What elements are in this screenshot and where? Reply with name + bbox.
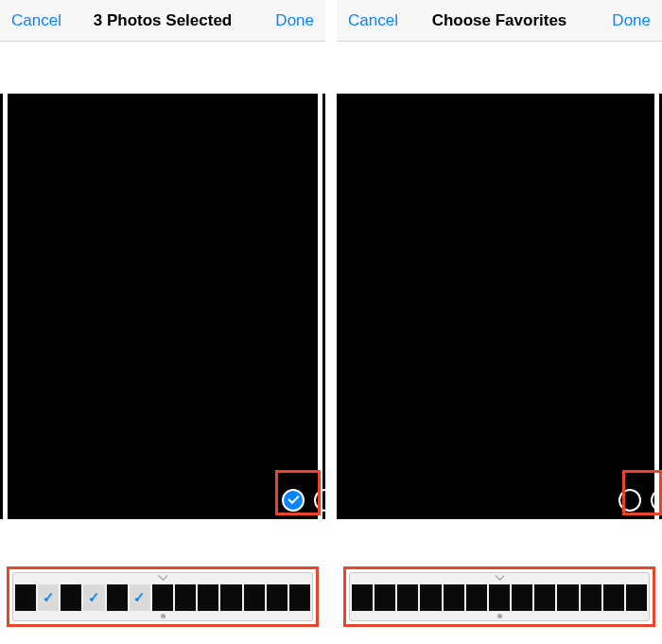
navbar-title: 3 Photos Selected <box>68 11 257 30</box>
checkmark-icon: ✓ <box>38 584 59 611</box>
filmstrip-inner <box>349 572 650 621</box>
filmstrip-thumb[interactable] <box>397 584 418 611</box>
filmstrip-thumb[interactable] <box>175 584 196 611</box>
filmstrip-thumb[interactable] <box>15 584 36 611</box>
filmstrip-thumb[interactable] <box>375 584 395 611</box>
filmstrip-thumb[interactable] <box>267 584 287 611</box>
filmstrip-thumbs[interactable]: ✓✓✓ <box>13 583 312 612</box>
filmstrip-thumb[interactable] <box>466 584 487 611</box>
photo-viewer[interactable] <box>337 94 662 519</box>
filmstrip-page-indicator <box>13 612 312 620</box>
filmstrip-thumb[interactable] <box>61 584 81 611</box>
current-photo[interactable] <box>8 94 318 519</box>
filmstrip: ✓✓✓ <box>7 566 319 627</box>
chevron-down-icon <box>158 575 168 582</box>
current-photo[interactable] <box>337 94 654 519</box>
checkmark-icon: ✓ <box>83 584 104 611</box>
filmstrip-thumb[interactable] <box>534 584 555 611</box>
navbar: Cancel 3 Photos Selected Done <box>0 0 325 42</box>
filmstrip-thumb[interactable]: ✓ <box>38 584 59 611</box>
filmstrip-thumb[interactable] <box>512 584 532 611</box>
filmstrip-thumb[interactable] <box>420 584 441 611</box>
previous-photo-sliver[interactable] <box>0 94 3 519</box>
filmstrip-thumb[interactable]: ✓ <box>83 584 104 611</box>
cancel-button[interactable]: Cancel <box>11 11 68 30</box>
filmstrip-thumb[interactable] <box>352 584 373 611</box>
checkmark-icon <box>287 493 300 509</box>
filmstrip-thumb[interactable] <box>107 584 128 611</box>
filmstrip-thumb[interactable] <box>489 584 510 611</box>
filmstrip <box>343 566 655 627</box>
filmstrip-inner: ✓✓✓ <box>12 572 313 621</box>
done-button[interactable]: Done <box>594 11 651 30</box>
filmstrip-thumb[interactable] <box>198 584 218 611</box>
selection-toggle[interactable] <box>618 489 641 512</box>
filmstrip-thumb[interactable] <box>626 584 647 611</box>
next-photo-sliver[interactable] <box>322 94 325 519</box>
filmstrip-thumb[interactable]: ✓ <box>130 584 150 611</box>
content-area: ✓✓✓ <box>0 42 325 644</box>
filmstrip-thumb[interactable] <box>152 584 173 611</box>
filmstrip-collapse-handle[interactable] <box>350 573 649 583</box>
navbar-title: Choose Favorites <box>405 11 594 30</box>
selection-toggle[interactable] <box>282 489 305 512</box>
navbar: Cancel Choose Favorites Done <box>337 0 662 42</box>
screen-left: Cancel 3 Photos Selected Done <box>0 0 325 644</box>
cancel-button[interactable]: Cancel <box>348 11 405 30</box>
filmstrip-thumb[interactable] <box>444 584 464 611</box>
filmstrip-thumb[interactable] <box>289 584 310 611</box>
filmstrip-thumb[interactable] <box>220 584 241 611</box>
filmstrip-page-indicator <box>350 612 649 620</box>
filmstrip-collapse-handle[interactable] <box>13 573 312 583</box>
filmstrip-thumb[interactable] <box>581 584 601 611</box>
screen-right: Cancel Choose Favorites Done <box>337 0 662 644</box>
filmstrip-thumbs[interactable] <box>350 583 649 612</box>
content-area <box>337 42 662 644</box>
filmstrip-thumb[interactable] <box>244 584 265 611</box>
checkmark-icon: ✓ <box>130 584 150 611</box>
photo-viewer[interactable] <box>0 94 325 519</box>
filmstrip-thumb[interactable] <box>603 584 624 611</box>
done-button[interactable]: Done <box>257 11 314 30</box>
chevron-down-icon <box>495 575 505 582</box>
filmstrip-thumb[interactable] <box>557 584 578 611</box>
